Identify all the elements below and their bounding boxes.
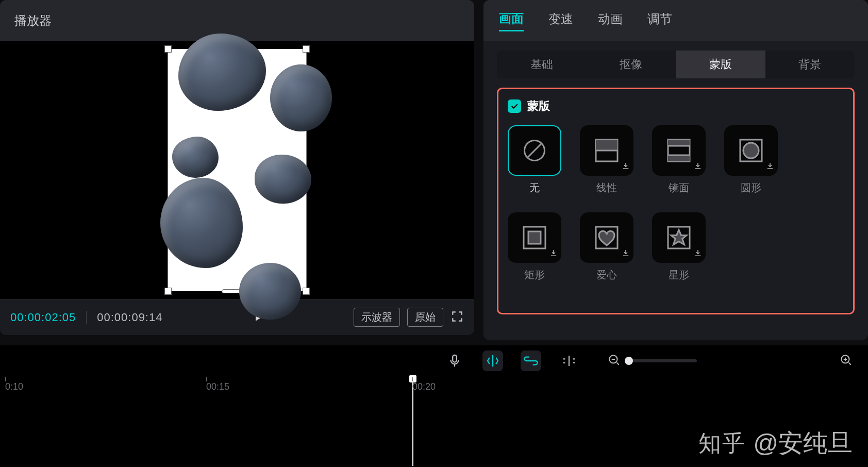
mask-option-heart[interactable]: 爱心 — [578, 212, 636, 282]
blob-shape — [160, 178, 243, 268]
link-icon — [523, 353, 539, 369]
watermark-logo: 知乎 — [698, 428, 746, 459]
download-icon — [621, 161, 630, 173]
mask-option-label: 线性 — [596, 181, 617, 195]
subtab-basic[interactable]: 基础 — [497, 51, 587, 78]
mask-option-label: 无 — [529, 181, 540, 195]
mask-option-label: 星形 — [669, 268, 689, 282]
mask-option-label: 圆形 — [741, 181, 761, 195]
mask-thumb — [580, 212, 633, 263]
axis-icon — [561, 353, 577, 369]
tab-adjust[interactable]: 调节 — [647, 11, 672, 30]
zoom-out-button[interactable] — [607, 353, 621, 369]
preview-axis-button[interactable] — [559, 351, 579, 371]
mask-option-none[interactable]: 无 — [506, 125, 563, 195]
blob-shape — [172, 137, 219, 178]
mask-option-label: 爱心 — [596, 268, 617, 282]
mask-thumb — [508, 212, 561, 263]
microphone-icon — [447, 353, 462, 369]
mask-option-label: 镜面 — [669, 181, 689, 195]
player-title: 播放器 — [14, 12, 52, 29]
picture-subtabs: 基础 抠像 蒙版 背景 — [497, 51, 855, 78]
mask-section-highlight: 蒙版 无线性镜面圆形矩形爱心星形 — [497, 88, 855, 314]
mask-thumb — [652, 212, 706, 263]
preview-canvas[interactable] — [0, 41, 474, 299]
download-icon — [621, 248, 630, 260]
mask-grid: 无线性镜面圆形矩形爱心星形 — [506, 125, 846, 282]
zoom-controls — [607, 353, 853, 369]
time-current: 00:00:02:05 — [10, 311, 76, 324]
properties-body: 基础 抠像 蒙版 背景 蒙版 无线性镜面圆形矩形爱心星形 — [483, 41, 868, 340]
timeline-toolbar — [0, 345, 868, 376]
svg-rect-7 — [668, 155, 690, 161]
mask-enable-row: 蒙版 — [506, 98, 846, 114]
fullscreen-button[interactable] — [450, 310, 464, 325]
svg-line-1 — [528, 144, 542, 158]
scope-button[interactable]: 示波器 — [354, 308, 400, 327]
properties-tabs: 画面 变速 动画 调节 — [483, 0, 868, 41]
clip-frame[interactable] — [168, 49, 307, 291]
mask-option-mirror[interactable]: 镜面 — [650, 125, 708, 195]
properties-panel: 画面 变速 动画 调节 基础 抠像 蒙版 背景 蒙版 无线性镜面圆形矩形爱心星形 — [483, 0, 868, 340]
download-icon — [693, 248, 703, 260]
tab-speed[interactable]: 变速 — [548, 11, 573, 30]
timeline-ruler[interactable]: 0:1000:1500:20 — [0, 376, 868, 399]
svg-point-11 — [743, 143, 759, 158]
subtab-cutout[interactable]: 抠像 — [587, 51, 676, 78]
mask-option-linear[interactable]: 线性 — [578, 125, 636, 195]
blob-shape — [270, 64, 332, 131]
zoom-in-icon — [839, 353, 853, 366]
timeline-area: 0:1000:1500:20 知乎 @安纯旦 — [0, 345, 868, 467]
mask-thumb — [724, 125, 778, 176]
resize-handle-br[interactable] — [303, 288, 310, 295]
player-header: 播放器 — [0, 0, 474, 41]
blob-shape — [239, 263, 301, 320]
resize-handle-tr[interactable] — [303, 45, 310, 53]
fullscreen-icon — [450, 310, 464, 323]
zoom-slider[interactable] — [625, 359, 697, 362]
ruler-tick: 0:10 — [5, 381, 23, 392]
ruler-tick: 00:15 — [206, 381, 229, 392]
watermark: 知乎 @安纯旦 — [698, 427, 853, 460]
zoom-in-button[interactable] — [839, 353, 853, 369]
auto-snap-button[interactable] — [482, 351, 503, 371]
mask-thumb — [652, 125, 706, 176]
mask-enable-label: 蒙版 — [527, 98, 550, 114]
time-separator — [86, 311, 87, 324]
mask-thumb — [508, 125, 561, 176]
resize-handle-bl[interactable] — [164, 288, 172, 295]
blob-shape — [178, 34, 266, 111]
svg-rect-3 — [596, 140, 617, 151]
player-controls: 00:00:02:05 00:00:09:14 示波器 原始 — [0, 299, 474, 335]
mask-thumb — [580, 125, 633, 176]
snap-icon — [485, 353, 500, 369]
tab-animation[interactable]: 动画 — [598, 11, 623, 30]
svg-rect-13 — [528, 231, 541, 244]
record-voiceover-button[interactable] — [444, 351, 465, 371]
player-panel: 播放器 00:00:02:05 00:00:09:14 — [0, 0, 474, 335]
mask-option-rect[interactable]: 矩形 — [506, 212, 563, 282]
resize-handle-tl[interactable] — [164, 45, 172, 53]
subtab-background[interactable]: 背景 — [765, 51, 855, 78]
svg-rect-16 — [453, 355, 457, 362]
mask-option-label: 矩形 — [524, 268, 545, 282]
download-icon — [765, 161, 775, 173]
original-ratio-button[interactable]: 原始 — [407, 308, 443, 327]
mask-enable-checkbox[interactable] — [508, 99, 521, 113]
ruler-tick: 00:20 — [412, 381, 436, 392]
time-total: 00:00:09:14 — [97, 311, 162, 324]
mask-option-star[interactable]: 星形 — [650, 212, 708, 282]
tab-picture[interactable]: 画面 — [499, 10, 524, 31]
check-icon — [510, 102, 519, 111]
blob-shape — [255, 155, 311, 204]
download-icon — [549, 248, 558, 260]
svg-rect-6 — [668, 140, 690, 146]
subtab-mask[interactable]: 蒙版 — [676, 51, 765, 78]
mask-option-circle[interactable]: 圆形 — [722, 125, 780, 195]
link-tracks-button[interactable] — [521, 351, 541, 371]
watermark-text: @安纯旦 — [753, 427, 853, 460]
zoom-out-icon — [607, 353, 621, 366]
download-icon — [693, 161, 703, 173]
zoom-slider-thumb[interactable] — [625, 357, 633, 365]
